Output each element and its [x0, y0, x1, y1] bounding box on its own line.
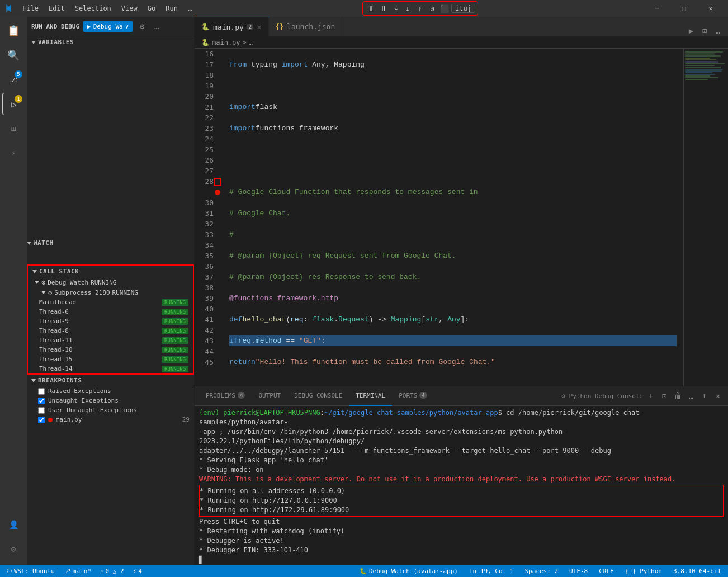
activity-account[interactable]: 👤: [2, 513, 25, 536]
start-debug-btn[interactable]: ▶ Debug Wa ∨: [83, 21, 133, 32]
status-wsl[interactable]: ⎔ WSL: Ubuntu: [4, 567, 57, 575]
terminal-close-btn[interactable]: ✕: [712, 390, 724, 401]
breadcrumb: 🐍 main.py > …: [195, 36, 728, 49]
tab-main-py-close[interactable]: ✕: [257, 22, 261, 31]
bp-mainpy-linenum: 29: [182, 416, 190, 423]
close-btn[interactable]: ✕: [698, 0, 724, 17]
activity-source-control[interactable]: ⎇ 5: [2, 68, 25, 91]
bp-mainpy-checkbox[interactable]: [38, 417, 45, 423]
tab-main-py[interactable]: 🐍 main.py 2 ✕: [195, 17, 269, 36]
python-version-label: 3.8.10 64-bit: [673, 567, 721, 575]
panel-tab-ports[interactable]: PORTS 4: [392, 386, 434, 406]
variables-section-header[interactable]: VARIABLES: [27, 36, 194, 48]
code-content[interactable]: from typing import Any, Mapping import f…: [223, 49, 683, 386]
status-language[interactable]: { } Python: [623, 567, 664, 575]
terminal-maximize-btn[interactable]: ⬆: [699, 390, 710, 401]
callstack-thread15[interactable]: Thread-15 RUNNING: [28, 354, 193, 364]
debug-continue-btn[interactable]: ⏸: [365, 3, 376, 14]
window-controls: ─ □ ✕: [644, 0, 724, 17]
status-branch[interactable]: ⎇ main*: [62, 567, 93, 575]
menu-more[interactable]: …: [183, 3, 196, 13]
activity-remote[interactable]: ⚡: [2, 142, 25, 164]
status-right: 🐛 Debug Watch (avatar-app) Ln 19, Col 1 …: [357, 567, 724, 575]
callstack-debug-watch[interactable]: ⚙ Debug Watch RUNNING: [28, 277, 193, 287]
status-encoding[interactable]: UTF-8: [567, 567, 590, 575]
bp-raised-exceptions[interactable]: Raised Exceptions: [27, 386, 194, 396]
ln-33: 33: [195, 229, 223, 240]
bp-user-uncaught[interactable]: User Uncaught Exceptions: [27, 405, 194, 415]
callstack-thread11[interactable]: Thread-11 RUNNING: [28, 335, 193, 345]
debug-stepout-btn[interactable]: ↑: [414, 3, 426, 14]
maximize-btn[interactable]: □: [671, 0, 697, 17]
code-line-18: import flask: [229, 102, 677, 112]
debug-stepinto-btn[interactable]: ↓: [402, 3, 413, 14]
panel-tab-problems[interactable]: PROBLEMS 4: [199, 386, 252, 406]
terminal-running-block: * Running on all addresses (0.0.0.0) * R…: [199, 485, 724, 517]
source-control-badge: 5: [15, 70, 22, 78]
bp-uncaught-exceptions-checkbox[interactable]: [38, 398, 45, 404]
split-editor-btn[interactable]: ⊡: [699, 25, 710, 36]
activity-run-debug[interactable]: ▷ 1: [2, 93, 25, 115]
callstack-thread8[interactable]: Thread-8 RUNNING: [28, 326, 193, 335]
terminal-split-btn[interactable]: ⊡: [659, 390, 670, 401]
tab-launch-json[interactable]: {} launch.json: [269, 17, 343, 36]
terminal-content[interactable]: (env) pierrick@LAPTOP-HKU5PNNG:~/git/goo…: [195, 406, 728, 565]
call-stack-header[interactable]: CALL STACK: [28, 266, 193, 277]
panel-tab-output[interactable]: OUTPUT: [252, 386, 287, 406]
ln-23: 23: [195, 123, 223, 134]
panel-tabs: PROBLEMS 4 OUTPUT DEBUG CONSOLE TERMINAL…: [195, 386, 728, 406]
activity-settings[interactable]: ⚙: [2, 538, 25, 560]
watch-section-header[interactable]: WATCH: [27, 238, 194, 248]
breakpoints-collapse-icon: [31, 379, 36, 382]
menu-file[interactable]: File: [18, 3, 43, 13]
panel-tab-debug-console[interactable]: DEBUG CONSOLE: [287, 386, 349, 406]
callstack-subprocess[interactable]: ⚙ Subprocess 2180 RUNNING: [28, 287, 193, 297]
status-debug-session[interactable]: 🐛 Debug Watch (avatar-app): [357, 567, 460, 575]
run-file-btn[interactable]: ▶: [686, 25, 697, 36]
menu-edit[interactable]: Edit: [44, 3, 69, 13]
breakpoints-section-header[interactable]: BREAKPOINTS: [27, 375, 194, 386]
ln-41: 41: [195, 314, 223, 325]
minimize-btn[interactable]: ─: [644, 0, 670, 17]
sidebar-scroll[interactable]: VARIABLES WATCH CALL STACK ⚙ Debug W: [27, 36, 194, 565]
bp-mainpy-label: main.py: [56, 416, 82, 423]
status-ports[interactable]: ⚡ 4: [131, 567, 144, 575]
debug-pause-btn[interactable]: ⏸: [377, 3, 389, 14]
debug-stepover-btn[interactable]: ↷: [390, 3, 401, 14]
terminal-more-btn[interactable]: …: [686, 390, 697, 401]
new-terminal-btn[interactable]: +: [645, 390, 656, 401]
callstack-thread9[interactable]: Thread-9 RUNNING: [28, 316, 193, 326]
status-spaces[interactable]: Spaces: 2: [522, 567, 560, 575]
callstack-mainthread[interactable]: MainThread RUNNING: [28, 297, 193, 307]
problems-count: 4: [238, 392, 245, 399]
code-line-23: # Google Chat.: [229, 208, 677, 219]
menu-go[interactable]: Go: [143, 3, 160, 13]
debug-restart-btn[interactable]: ↺: [427, 3, 438, 14]
panel-tab-terminal[interactable]: TERMINAL: [349, 386, 392, 406]
debug-settings-btn[interactable]: ⚙: [136, 21, 148, 32]
status-errors[interactable]: ⚠ 0 △ 2: [98, 567, 126, 575]
menu-view[interactable]: View: [117, 3, 142, 13]
breadcrumb-sep: >: [243, 39, 247, 46]
menu-run[interactable]: Run: [161, 3, 182, 13]
bp-uncaught-exceptions[interactable]: Uncaught Exceptions: [27, 396, 194, 405]
status-eol[interactable]: CRLF: [597, 567, 616, 575]
bp-raised-exceptions-checkbox[interactable]: [38, 388, 45, 395]
status-cursor[interactable]: Ln 19, Col 1: [467, 567, 516, 575]
debug-ellipsis-btn[interactable]: …: [151, 21, 162, 32]
callstack-thread6[interactable]: Thread-6 RUNNING: [28, 307, 193, 316]
thread10-badge: RUNNING: [162, 347, 188, 353]
callstack-thread10[interactable]: Thread-10 RUNNING: [28, 345, 193, 354]
callstack-thread14[interactable]: Thread-14 RUNNING: [28, 364, 193, 373]
bp-user-uncaught-checkbox[interactable]: [38, 407, 45, 414]
activity-search[interactable]: 🔍: [2, 44, 25, 66]
menu-selection[interactable]: Selection: [70, 3, 116, 13]
editor-more-btn[interactable]: …: [712, 25, 724, 36]
activity-extensions[interactable]: ⊞: [2, 117, 25, 140]
debug-stop-btn[interactable]: ⬛: [439, 3, 450, 14]
run-debug-badge: 1: [15, 95, 22, 103]
bp-mainpy[interactable]: main.py 29: [27, 415, 194, 424]
activity-explorer[interactable]: 📋: [2, 19, 25, 41]
status-python-version[interactable]: 3.8.10 64-bit: [671, 567, 724, 575]
terminal-trash-btn[interactable]: 🗑: [672, 390, 683, 401]
